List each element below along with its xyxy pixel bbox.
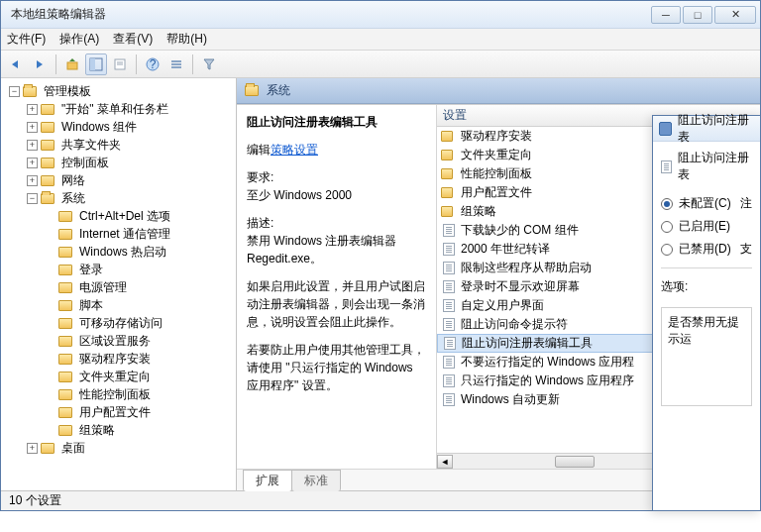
list-item-label: Windows 自动更新 bbox=[461, 391, 560, 408]
tree-node[interactable]: +"开始" 菜单和任务栏 bbox=[5, 100, 236, 118]
tree-node[interactable]: Internet 通信管理 bbox=[5, 225, 236, 243]
policy-icon bbox=[443, 224, 455, 237]
tree-label: 文件夹重定向 bbox=[76, 368, 154, 386]
tree-node[interactable]: Windows 热启动 bbox=[5, 243, 236, 261]
list-item-label: 用户配置文件 bbox=[461, 184, 532, 201]
radio-disabled[interactable]: 已禁用(D) 支 bbox=[661, 241, 752, 258]
menu-help[interactable]: 帮助(H) bbox=[166, 31, 207, 48]
folder-icon bbox=[441, 131, 453, 142]
svg-rect-9 bbox=[171, 63, 181, 65]
list-item-label: 自定义用户界面 bbox=[461, 297, 544, 314]
expand-icon[interactable]: + bbox=[27, 122, 38, 133]
radio-icon bbox=[661, 244, 673, 256]
tree-label: 性能控制面板 bbox=[76, 385, 154, 404]
help-icon: ? bbox=[146, 57, 160, 71]
tree-label: 系统 bbox=[58, 189, 88, 208]
tree-node[interactable]: +网络 bbox=[5, 171, 236, 189]
expand-icon[interactable]: + bbox=[27, 443, 38, 454]
folder-icon bbox=[58, 389, 72, 400]
tree-node[interactable]: 登录 bbox=[5, 261, 236, 278]
radio-enabled[interactable]: 已启用(E) bbox=[661, 218, 752, 235]
tree-label: 脚本 bbox=[76, 296, 106, 315]
show-tree-button[interactable] bbox=[85, 53, 107, 75]
tree-node[interactable]: 驱动程序安装 bbox=[5, 350, 236, 368]
tree-label: 管理模板 bbox=[41, 82, 94, 101]
up-button[interactable] bbox=[61, 53, 83, 75]
folder-icon bbox=[58, 318, 72, 329]
folder-icon bbox=[58, 336, 72, 347]
expand-icon[interactable]: + bbox=[27, 140, 38, 151]
tree-pane[interactable]: − 管理模板 +"开始" 菜单和任务栏+Windows 组件+共享文件夹+控制面… bbox=[1, 78, 237, 490]
minimize-button[interactable]: ─ bbox=[651, 6, 681, 24]
tree-label: 可移动存储访问 bbox=[76, 314, 165, 333]
collapse-icon[interactable]: − bbox=[27, 193, 38, 204]
tree-node-desktop[interactable]: + 桌面 bbox=[5, 439, 236, 457]
filter-button[interactable] bbox=[198, 53, 220, 75]
menu-view[interactable]: 查看(V) bbox=[113, 31, 153, 48]
tree-node[interactable]: 区域设置服务 bbox=[5, 332, 236, 350]
folder-icon bbox=[441, 206, 453, 217]
help-button[interactable]: ? bbox=[142, 53, 163, 75]
tab-standard[interactable]: 标准 bbox=[291, 470, 341, 491]
tree-node[interactable]: 可移动存储访问 bbox=[5, 314, 236, 332]
arrow-left-icon bbox=[9, 58, 23, 70]
policy-icon bbox=[443, 393, 455, 406]
close-button[interactable]: ✕ bbox=[714, 6, 756, 24]
options-label: 选项: bbox=[661, 278, 752, 295]
collapse-icon[interactable]: − bbox=[9, 86, 20, 97]
folder-icon bbox=[58, 425, 72, 436]
policy-dialog: 阻止访问注册表 阻止访问注册表 未配置(C) 注 已启用(E) 已禁用(D) 支… bbox=[652, 115, 761, 511]
tree-label: Ctrl+Alt+Del 选项 bbox=[76, 207, 173, 226]
tree-node-root[interactable]: − 管理模板 bbox=[5, 82, 236, 100]
tree-node[interactable]: +共享文件夹 bbox=[5, 136, 236, 154]
scroll-thumb[interactable] bbox=[555, 456, 595, 468]
titlebar: 本地组策略编辑器 ─ □ ✕ bbox=[1, 1, 760, 29]
menu-action[interactable]: 操作(A) bbox=[59, 31, 99, 48]
tree-node[interactable]: 文件夹重定向 bbox=[5, 368, 236, 385]
folder-icon bbox=[23, 86, 37, 97]
dialog-subhead: 阻止访问注册表 bbox=[661, 150, 752, 183]
tree-label: Internet 通信管理 bbox=[76, 225, 173, 244]
expand-icon[interactable]: + bbox=[27, 104, 38, 115]
tree-node[interactable]: Ctrl+Alt+Del 选项 bbox=[5, 207, 236, 225]
properties-button[interactable] bbox=[109, 53, 131, 75]
scroll-left-button[interactable]: ◄ bbox=[437, 455, 453, 469]
maximize-button[interactable]: □ bbox=[683, 6, 712, 24]
menu-file[interactable]: 文件(F) bbox=[7, 31, 46, 48]
right-hint: 注 bbox=[740, 195, 752, 212]
folder-icon bbox=[58, 211, 72, 222]
folder-icon bbox=[58, 372, 72, 382]
req-label: 要求: bbox=[247, 170, 273, 184]
tree-node[interactable]: +Windows 组件 bbox=[5, 118, 236, 136]
list-item-label: 阻止访问注册表编辑工具 bbox=[462, 335, 593, 352]
edit-policy-link[interactable]: 策略设置 bbox=[271, 143, 318, 157]
folder-icon bbox=[58, 354, 72, 365]
folder-icon bbox=[58, 407, 72, 418]
radio-icon bbox=[661, 198, 673, 210]
tree-node[interactable]: 性能控制面板 bbox=[5, 385, 236, 403]
tree-node[interactable]: 电源管理 bbox=[5, 278, 236, 296]
folder-icon bbox=[58, 300, 72, 311]
radio-label: 已禁用(D) bbox=[679, 241, 731, 258]
expand-icon[interactable]: + bbox=[27, 175, 38, 186]
arrow-right-icon bbox=[33, 58, 47, 70]
tree-node[interactable]: +控制面板 bbox=[5, 154, 236, 171]
tab-extended[interactable]: 扩展 bbox=[243, 470, 292, 491]
list-item-label: 组策略 bbox=[461, 203, 496, 220]
content-header: 系统 bbox=[237, 78, 760, 104]
folder-icon bbox=[58, 247, 72, 258]
svg-text:?: ? bbox=[150, 57, 157, 71]
tree-node[interactable]: 用户配置文件 bbox=[5, 403, 236, 421]
tree-label: 共享文件夹 bbox=[58, 136, 124, 155]
tree-node[interactable]: 组策略 bbox=[5, 421, 236, 439]
tree-node-system[interactable]: − 系统 bbox=[5, 189, 236, 207]
forward-button[interactable] bbox=[29, 53, 51, 75]
dialog-subhead-text: 阻止访问注册表 bbox=[678, 150, 752, 183]
tree-label: Windows 热启动 bbox=[76, 243, 169, 262]
back-button[interactable] bbox=[5, 53, 27, 75]
radio-label: 已启用(E) bbox=[679, 218, 730, 235]
radio-not-configured[interactable]: 未配置(C) 注 bbox=[661, 195, 752, 212]
list-button[interactable] bbox=[165, 53, 187, 75]
expand-icon[interactable]: + bbox=[27, 158, 38, 168]
tree-node[interactable]: 脚本 bbox=[5, 296, 236, 314]
